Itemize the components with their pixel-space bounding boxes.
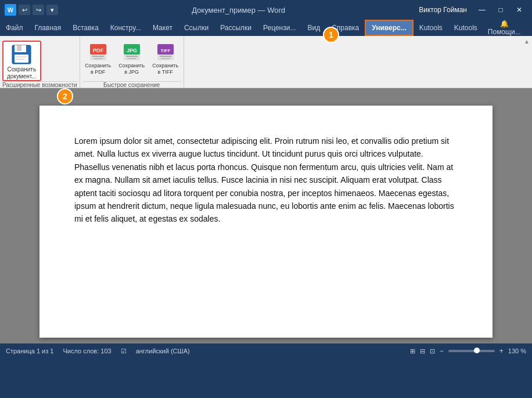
- svg-text:PDF: PDF: [93, 48, 104, 53]
- title-bar-left: W ↩ ↪ ▾: [5, 4, 58, 16]
- svg-rect-15: [127, 58, 136, 59]
- customize-qat-button[interactable]: ▾: [46, 5, 58, 15]
- word-count: Число слов: 103: [63, 348, 111, 354]
- ribbon-group-advanced: Сохранитьдокумент... Расширенные возможн…: [0, 36, 80, 88]
- maximize-button[interactable]: □: [493, 4, 509, 16]
- save-pdf-button[interactable]: PDF Сохранитьв PDF: [82, 41, 114, 81]
- title-bar-right: Виктор Гойман — □ ✕: [419, 4, 527, 16]
- spell-check-icon[interactable]: ☑: [121, 348, 127, 355]
- svg-rect-10: [94, 58, 103, 59]
- tab-layout[interactable]: Макет: [147, 20, 178, 36]
- save-tiff-label: Сохранитьв TIFF: [152, 63, 178, 75]
- tab-home[interactable]: Главная: [29, 20, 67, 36]
- redo-button[interactable]: ↪: [33, 5, 44, 15]
- tab-file[interactable]: Файл: [0, 20, 29, 36]
- status-bar: Страница 1 из 1 Число слов: 103 ☑ англий…: [0, 343, 532, 359]
- window-title: Документ_пример — Word: [58, 6, 419, 15]
- save-tiff-icon: TIFF: [156, 43, 175, 61]
- help-button[interactable]: 🔔 Помощи...: [483, 19, 526, 37]
- tab-construct[interactable]: Констру...: [105, 20, 147, 36]
- annotation-1: 1: [323, 27, 339, 43]
- group-buttons-quicksave: PDF Сохранитьв PDF JPG: [82, 38, 181, 81]
- svg-text:JPG: JPG: [127, 48, 137, 53]
- tab-mailings[interactable]: Рассылки: [214, 20, 257, 36]
- save-document-icon: [11, 44, 32, 65]
- undo-button[interactable]: ↩: [19, 5, 30, 15]
- tab-view[interactable]: Вид: [301, 20, 326, 36]
- svg-rect-14: [126, 56, 138, 57]
- view-web-icon[interactable]: ⊟: [420, 348, 425, 355]
- zoom-in-button[interactable]: +: [499, 347, 504, 355]
- app-icon: W: [5, 4, 16, 16]
- document-content: Lorem ipsum dolor sit amet, consectetur …: [74, 135, 458, 226]
- save-jpg-label: Сохранитьв JPG: [118, 63, 145, 75]
- tab-references[interactable]: Ссылки: [178, 20, 214, 36]
- title-bar: W ↩ ↪ ▾ Документ_пример — Word Виктор Го…: [0, 0, 532, 20]
- ribbon-tabs: Файл Главная Вставка Констру... Макет Сс…: [0, 20, 532, 36]
- save-jpg-icon: JPG: [123, 43, 141, 61]
- view-read-icon[interactable]: ⊡: [430, 348, 435, 355]
- save-tiff-button[interactable]: TIFF Сохранитьв TIFF: [150, 41, 181, 81]
- tab-kutools2[interactable]: Kutools: [448, 20, 483, 36]
- svg-rect-2: [17, 45, 21, 51]
- zoom-thumb: [474, 348, 480, 353]
- annotation-2: 2: [57, 88, 73, 104]
- save-document-label: Сохранитьдокумент...: [7, 66, 37, 80]
- zoom-out-button[interactable]: −: [440, 347, 444, 355]
- group-label-quicksave: Быстрое сохранение: [82, 81, 181, 88]
- main-area: Lorem ipsum dolor sit amet, consectetur …: [0, 88, 532, 343]
- save-pdf-label: Сохранитьв PDF: [85, 63, 111, 75]
- group-label-advanced: Расширенные возможности: [2, 81, 77, 88]
- view-normal-icon[interactable]: ⊞: [410, 348, 415, 355]
- svg-text:TIFF: TIFF: [160, 48, 170, 53]
- save-pdf-icon: PDF: [89, 43, 107, 61]
- tab-review[interactable]: Рецензи...: [257, 20, 301, 36]
- page-info: Страница 1 из 1: [6, 348, 53, 354]
- zoom-slider[interactable]: [448, 350, 495, 352]
- user-name: Виктор Гойман: [419, 6, 467, 14]
- ribbon-right-actions: 🔔 Помощи... ⬆ Общий доступ: [483, 20, 532, 36]
- tab-insert[interactable]: Вставка: [67, 20, 105, 36]
- status-bar-left: Страница 1 из 1 Число слов: 103 ☑ англий…: [6, 348, 190, 355]
- tab-kutools1[interactable]: Kutools: [414, 20, 448, 36]
- minimize-button[interactable]: —: [474, 4, 490, 16]
- zoom-level: 130 %: [508, 348, 526, 354]
- ribbon-group-quicksave: PDF Сохранитьв PDF JPG: [80, 36, 184, 88]
- svg-rect-5: [16, 59, 24, 60]
- save-document-button[interactable]: Сохранитьдокумент...: [2, 41, 41, 81]
- svg-rect-19: [160, 56, 171, 57]
- ribbon-content: Сохранитьдокумент... Расширенные возможн…: [0, 36, 532, 88]
- status-bar-right: ⊞ ⊟ ⊡ − + 130 %: [410, 347, 526, 355]
- ribbon-collapse-icon[interactable]: ▲: [524, 38, 530, 45]
- language-info: английский (США): [136, 348, 190, 354]
- tab-univers[interactable]: Универс...: [365, 20, 414, 36]
- group-buttons-advanced: Сохранитьдокумент...: [2, 38, 77, 81]
- document-page: Lorem ipsum dolor sit amet, consectetur …: [39, 106, 493, 338]
- close-button[interactable]: ✕: [511, 4, 527, 16]
- svg-rect-4: [16, 56, 27, 57]
- svg-rect-20: [161, 58, 170, 59]
- save-jpg-button[interactable]: JPG Сохранитьв JPG: [116, 41, 148, 81]
- svg-rect-9: [92, 56, 104, 57]
